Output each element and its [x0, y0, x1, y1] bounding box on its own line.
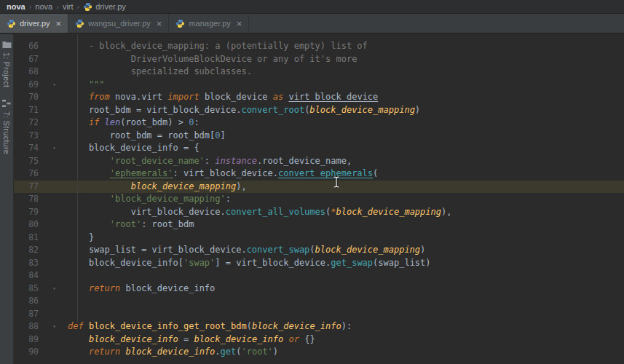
code-text[interactable]: }	[66, 232, 624, 245]
line-number[interactable]: 90	[14, 346, 39, 359]
code-line-87[interactable]: 87	[14, 308, 624, 321]
tab-label: driver.py	[20, 19, 50, 28]
code-line-80[interactable]: 80 'root': root_bdm	[14, 218, 624, 232]
line-number[interactable]: 76	[14, 167, 39, 181]
code-text[interactable]: - block_device_mapping: a (potentially e…	[66, 40, 624, 53]
code-line-81[interactable]: 81 }	[14, 232, 624, 245]
editor[interactable]: 66 - block_device_mapping: a (potentiall…	[14, 34, 624, 364]
code-text[interactable]: from nova.virt import block_device as vi…	[66, 91, 624, 104]
code-text[interactable]: if len(root_bdm) > 0:	[66, 116, 624, 130]
code-line-89[interactable]: 89 block_device_info = block_device_info…	[14, 333, 624, 347]
code-line-90[interactable]: 90 return block_device_info.get('root')	[14, 346, 624, 359]
code-line-73[interactable]: 73 root_bdm = root_bdm[0]	[14, 130, 624, 143]
line-number[interactable]: 80	[14, 218, 39, 232]
tab-wangsu_driver.py[interactable]: wangsu_driver.py×	[68, 14, 169, 33]
code-text[interactable]: virt_block_device.convert_all_volumes(*b…	[66, 206, 624, 219]
tab-label: wangsu_driver.py	[88, 19, 151, 28]
line-number[interactable]: 83	[14, 257, 39, 270]
code-line-88[interactable]: 88▾def block_device_info_get_root_bdm(bl…	[14, 320, 624, 333]
tab-driver.py[interactable]: driver.py×	[0, 14, 68, 33]
code-text[interactable]: block_device_info = {	[66, 142, 624, 155]
fold-icon[interactable]: ▾	[39, 79, 66, 92]
code-line-83[interactable]: 83 block_device_info['swap'] = virt_bloc…	[14, 257, 624, 270]
fold-icon[interactable]: ▾	[39, 320, 66, 333]
line-number[interactable]: 88	[14, 320, 39, 333]
line-number[interactable]: 69	[14, 79, 39, 92]
code-text[interactable]	[66, 269, 624, 282]
tool-button-7-structure[interactable]: 7: Structure	[2, 99, 11, 154]
breadcrumb-item-virt[interactable]: virt	[63, 2, 74, 11]
code-line-67[interactable]: 67 DriverVolumeBlockDevice or any of it'…	[14, 53, 624, 66]
line-number[interactable]: 84	[14, 269, 39, 282]
line-number[interactable]: 82	[14, 244, 39, 257]
code-text[interactable]: return block_device_info.get('root')	[66, 346, 624, 359]
code-text[interactable]: 'root': root_bdm	[66, 218, 624, 232]
code-line-79[interactable]: 79 virt_block_device.convert_all_volumes…	[14, 206, 624, 219]
breadcrumb-item-driver.py[interactable]: driver.py	[83, 2, 126, 12]
code-line-71[interactable]: 71 root_bdm = virt_block_device.convert_…	[14, 104, 624, 117]
code-text[interactable]: 'root_device_name': instance.root_device…	[66, 155, 624, 168]
code-line-74[interactable]: 74▾ block_device_info = {	[14, 142, 624, 155]
code-line-66[interactable]: 66 - block_device_mapping: a (potentiall…	[14, 40, 624, 53]
line-number[interactable]: 87	[14, 308, 39, 321]
code-text[interactable]: root_bdm = virt_block_device.convert_roo…	[66, 104, 624, 117]
line-number[interactable]: 72	[14, 116, 39, 130]
code-line-72[interactable]: 72 if len(root_bdm) > 0:	[14, 116, 624, 130]
line-number[interactable]: 67	[14, 53, 39, 66]
line-number[interactable]: 89	[14, 333, 39, 347]
code-line-84[interactable]: 84	[14, 269, 624, 282]
code-text[interactable]: specialized subclasses.	[66, 66, 624, 79]
code-line-78[interactable]: 78 'block_device_mapping':	[14, 193, 624, 206]
line-number[interactable]: 66	[14, 40, 39, 53]
code-token: return	[89, 283, 120, 293]
line-number[interactable]: 79	[14, 206, 39, 219]
code-line-68[interactable]: 68 specialized subclasses.	[14, 66, 624, 79]
code-line-77[interactable]: 77 block_device_mapping),	[14, 181, 624, 194]
code-text[interactable]: block_device_info['swap'] = virt_block_d…	[66, 257, 624, 270]
code-text[interactable]: """	[66, 79, 624, 92]
breadcrumb-item-nova[interactable]: nova	[7, 2, 25, 11]
code-text[interactable]	[66, 295, 624, 308]
breadcrumb-item-nova[interactable]: nova	[35, 2, 52, 11]
line-number[interactable]: 78	[14, 193, 39, 206]
python-icon	[175, 19, 185, 28]
fold-gutter	[39, 218, 66, 232]
code-text[interactable]: root_bdm = root_bdm[0]	[66, 130, 624, 143]
code-token	[120, 347, 125, 357]
code-text[interactable]: DriverVolumeBlockDevice or any of it's m…	[66, 53, 624, 66]
line-number[interactable]: 81	[14, 232, 39, 245]
line-number[interactable]: 68	[14, 66, 39, 79]
code-line-75[interactable]: 75 'root_device_name': instance.root_dev…	[14, 155, 624, 168]
line-number[interactable]: 70	[14, 91, 39, 104]
code-line-70[interactable]: 70 from nova.virt import block_device as…	[14, 91, 624, 104]
code-text[interactable]	[66, 308, 624, 321]
fold-icon[interactable]: ▾	[39, 282, 66, 296]
code-line-85[interactable]: 85▾ return block_device_info	[14, 282, 624, 296]
line-number[interactable]: 86	[14, 295, 39, 308]
tool-button-1-project[interactable]: 1: Project	[2, 41, 12, 87]
line-number[interactable]: 77	[14, 181, 39, 194]
line-number[interactable]: 75	[14, 155, 39, 168]
code-text[interactable]: block_device_info = block_device_info or…	[66, 333, 624, 347]
code-text[interactable]: def block_device_info_get_root_bdm(block…	[66, 320, 624, 333]
line-number[interactable]: 73	[14, 130, 39, 143]
line-number[interactable]: 74	[14, 142, 39, 155]
code-token: 'root_device_name'	[110, 156, 205, 166]
code-line-82[interactable]: 82 swap_list = virt_block_device.convert…	[14, 244, 624, 257]
code-line-76[interactable]: 76 'ephemerals': virt_block_device.conve…	[14, 167, 624, 181]
line-number[interactable]: 71	[14, 104, 39, 117]
code-token: (	[373, 168, 378, 178]
line-number[interactable]: 85	[14, 282, 39, 296]
tab-close-icon[interactable]: ×	[157, 19, 162, 28]
code-line-69[interactable]: 69▾ """	[14, 79, 624, 92]
code-text[interactable]: return block_device_info	[66, 282, 624, 296]
tab-close-icon[interactable]: ×	[56, 19, 62, 28]
tab-close-icon[interactable]: ×	[237, 19, 242, 28]
tab-manager.py[interactable]: manager.py×	[169, 14, 249, 33]
code-text[interactable]: block_device_mapping),	[66, 181, 624, 194]
code-text[interactable]: swap_list = virt_block_device.convert_sw…	[66, 244, 624, 257]
code-line-86[interactable]: 86	[14, 295, 624, 308]
code-text[interactable]: 'ephemerals': virt_block_device.convert_…	[66, 167, 624, 181]
code-text[interactable]: 'block_device_mapping':	[66, 193, 624, 206]
fold-icon[interactable]: ▾	[39, 142, 66, 155]
